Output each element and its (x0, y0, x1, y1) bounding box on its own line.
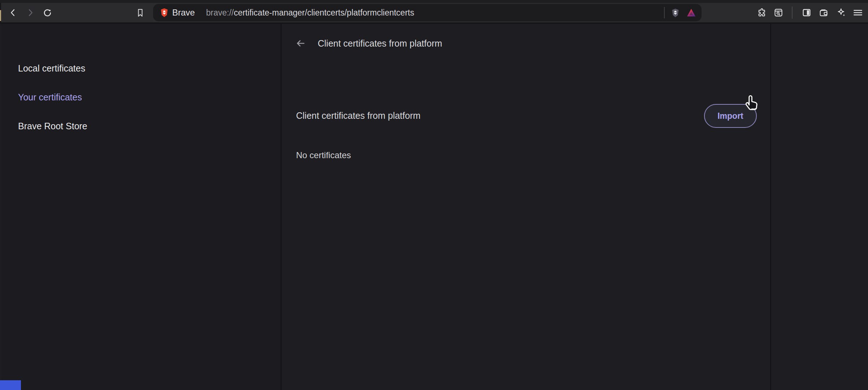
address-bar-separator (664, 7, 665, 18)
corner-blue-artifact (0, 380, 21, 390)
url-scheme: brave:// (206, 8, 234, 17)
search-tabs-button[interactable] (771, 5, 786, 20)
back-chevron-icon (8, 8, 18, 18)
extensions-button[interactable] (755, 5, 769, 20)
forward-chevron-icon (25, 8, 35, 18)
sidebar-item-your-certificates[interactable]: Your certificates (18, 91, 82, 103)
reload-icon (42, 8, 53, 18)
address-bar-trailing (664, 7, 696, 18)
browser-toolbar: Brave brave://certificate-manager/client… (0, 3, 868, 22)
brave-logo-icon (159, 7, 169, 18)
sidebar-item-label: Brave Root Store (18, 121, 87, 131)
wallet-icon (819, 8, 829, 18)
empty-state-text: No certificates (296, 150, 351, 160)
back-button[interactable] (6, 5, 20, 20)
import-button-label: Import (717, 111, 743, 121)
leo-ai-sparkle-icon (836, 8, 847, 18)
content-header: Client certificates from platform (282, 36, 442, 51)
leo-ai-button[interactable] (834, 5, 849, 20)
sidebar-toggle-button[interactable] (799, 5, 814, 20)
brave-shields-icon[interactable] (670, 8, 680, 18)
page-title: Client certificates from platform (318, 38, 442, 49)
hamburger-menu-icon (852, 7, 863, 18)
background-window-sliver (0, 10, 1, 21)
search-tabs-icon (773, 8, 784, 18)
menu-button[interactable] (851, 5, 865, 20)
sidebar-content-divider (281, 24, 282, 390)
wallet-button[interactable] (816, 5, 831, 20)
bookmark-icon (135, 8, 145, 18)
content-right-divider (770, 24, 771, 390)
sidebar-item-label: Local certificates (18, 63, 85, 74)
page-back-button[interactable] (293, 36, 308, 51)
address-bar[interactable]: Brave brave://certificate-manager/client… (153, 4, 702, 21)
url-text: brave://certificate-manager/clientcerts/… (206, 8, 415, 18)
site-name-label: Brave (172, 8, 195, 18)
section-title: Client certificates from platform (296, 110, 421, 121)
sidebar-item-local-certificates[interactable]: Local certificates (18, 62, 85, 74)
sidebar-item-brave-root-store[interactable]: Brave Root Store (18, 120, 87, 132)
forward-button[interactable] (23, 5, 38, 20)
toolbar-separator (792, 6, 793, 19)
bat-rewards-icon[interactable] (686, 8, 696, 18)
sidebar-toggle-icon (802, 8, 812, 18)
bookmark-button[interactable] (133, 5, 147, 20)
certificate-manager-page: Local certificates Your certificates Bra… (0, 24, 868, 390)
arrow-left-icon (294, 37, 307, 49)
window-top-strip (0, 0, 868, 3)
reload-button[interactable] (40, 5, 55, 20)
extensions-puzzle-icon (757, 8, 767, 18)
browser-window: Brave brave://certificate-manager/client… (0, 0, 868, 390)
import-button[interactable]: Import (704, 104, 757, 128)
certificate-nav-sidebar: Local certificates Your certificates Bra… (1, 24, 281, 390)
url-path: certificate-manager/clientcerts/platform… (234, 8, 414, 17)
sidebar-item-label: Your certificates (18, 92, 82, 103)
